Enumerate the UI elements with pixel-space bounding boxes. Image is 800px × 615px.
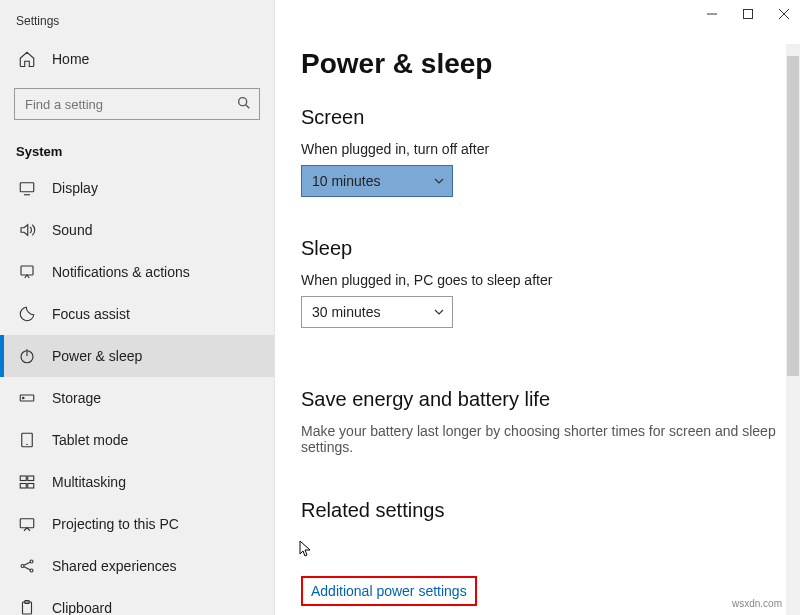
minimize-button[interactable] — [706, 8, 718, 20]
sidebar-item-label: Storage — [52, 390, 101, 406]
sidebar-item-label: Clipboard — [52, 600, 112, 615]
search-icon — [236, 95, 252, 111]
screen-heading: Screen — [301, 106, 800, 129]
svg-rect-12 — [28, 476, 34, 481]
sleep-label: When plugged in, PC goes to sleep after — [301, 272, 800, 288]
projecting-icon — [18, 515, 36, 533]
sidebar-item-label: Tablet mode — [52, 432, 128, 448]
notifications-icon — [18, 263, 36, 281]
svg-line-19 — [24, 562, 30, 565]
page-title: Power & sleep — [301, 48, 800, 80]
sidebar-item-projecting[interactable]: Projecting to this PC — [0, 503, 274, 545]
svg-point-8 — [23, 397, 25, 399]
svg-rect-14 — [28, 484, 34, 489]
svg-line-20 — [24, 567, 30, 570]
sound-icon — [18, 221, 36, 239]
sidebar-item-storage[interactable]: Storage — [0, 377, 274, 419]
sidebar-item-multitasking[interactable]: Multitasking — [0, 461, 274, 503]
app-title: Settings — [0, 10, 274, 40]
close-button[interactable] — [778, 8, 790, 20]
screen-timeout-value: 10 minutes — [312, 173, 380, 189]
section-label: System — [0, 134, 274, 167]
svg-point-0 — [239, 98, 247, 106]
search-input[interactable] — [14, 88, 260, 120]
sidebar-item-label: Power & sleep — [52, 348, 142, 364]
focus-icon — [18, 305, 36, 323]
svg-rect-13 — [20, 484, 26, 489]
chevron-down-icon — [434, 176, 444, 186]
home-icon — [18, 50, 36, 68]
svg-rect-2 — [20, 183, 34, 192]
sidebar-item-label: Focus assist — [52, 306, 130, 322]
svg-point-18 — [30, 569, 33, 572]
main-content: Power & sleep Screen When plugged in, tu… — [275, 0, 800, 615]
home-label: Home — [52, 51, 89, 67]
sidebar-item-label: Multitasking — [52, 474, 126, 490]
sleep-heading: Sleep — [301, 237, 800, 260]
svg-rect-24 — [744, 10, 753, 19]
sidebar-item-label: Shared experiences — [52, 558, 177, 574]
sidebar-item-display[interactable]: Display — [0, 167, 274, 209]
storage-icon — [18, 389, 36, 407]
sidebar-item-label: Notifications & actions — [52, 264, 190, 280]
sidebar-item-label: Display — [52, 180, 98, 196]
scrollbar[interactable] — [786, 44, 800, 615]
sidebar-item-notifications[interactable]: Notifications & actions — [0, 251, 274, 293]
svg-rect-15 — [20, 519, 34, 528]
sidebar-item-tablet[interactable]: Tablet mode — [0, 419, 274, 461]
power-icon — [18, 347, 36, 365]
sidebar-item-sound[interactable]: Sound — [0, 209, 274, 251]
window-controls — [706, 8, 790, 20]
screen-timeout-dropdown[interactable]: 10 minutes — [301, 165, 453, 197]
search-wrap — [14, 88, 260, 120]
save-energy-heading: Save energy and battery life — [301, 388, 800, 411]
additional-power-settings-link[interactable]: Additional power settings — [311, 583, 467, 599]
scrollbar-thumb[interactable] — [787, 56, 799, 376]
chevron-down-icon — [434, 307, 444, 317]
sidebar-item-label: Projecting to this PC — [52, 516, 179, 532]
maximize-button[interactable] — [742, 8, 754, 20]
display-icon — [18, 179, 36, 197]
sidebar-item-power[interactable]: Power & sleep — [0, 335, 274, 377]
sidebar: Settings Home System Display Sound Notif… — [0, 0, 275, 615]
svg-line-1 — [246, 105, 250, 109]
svg-rect-11 — [20, 476, 26, 481]
svg-rect-4 — [21, 266, 33, 275]
sidebar-item-focus[interactable]: Focus assist — [0, 293, 274, 335]
sleep-timeout-value: 30 minutes — [312, 304, 380, 320]
sleep-timeout-dropdown[interactable]: 30 minutes — [301, 296, 453, 328]
cursor-icon — [299, 540, 313, 558]
shared-icon — [18, 557, 36, 575]
tablet-icon — [18, 431, 36, 449]
highlight-box: Additional power settings — [301, 576, 477, 606]
multitasking-icon — [18, 473, 36, 491]
sidebar-item-clipboard[interactable]: Clipboard — [0, 587, 274, 615]
watermark: wsxdn.com — [732, 598, 782, 609]
svg-point-17 — [30, 560, 33, 563]
sidebar-item-shared[interactable]: Shared experiences — [0, 545, 274, 587]
screen-label: When plugged in, turn off after — [301, 141, 800, 157]
save-energy-desc: Make your battery last longer by choosin… — [301, 423, 800, 455]
clipboard-icon — [18, 599, 36, 615]
home-button[interactable]: Home — [0, 40, 274, 78]
nav-list: Display Sound Notifications & actions Fo… — [0, 167, 274, 615]
related-heading: Related settings — [301, 499, 444, 522]
sidebar-item-label: Sound — [52, 222, 92, 238]
svg-point-16 — [21, 565, 24, 568]
